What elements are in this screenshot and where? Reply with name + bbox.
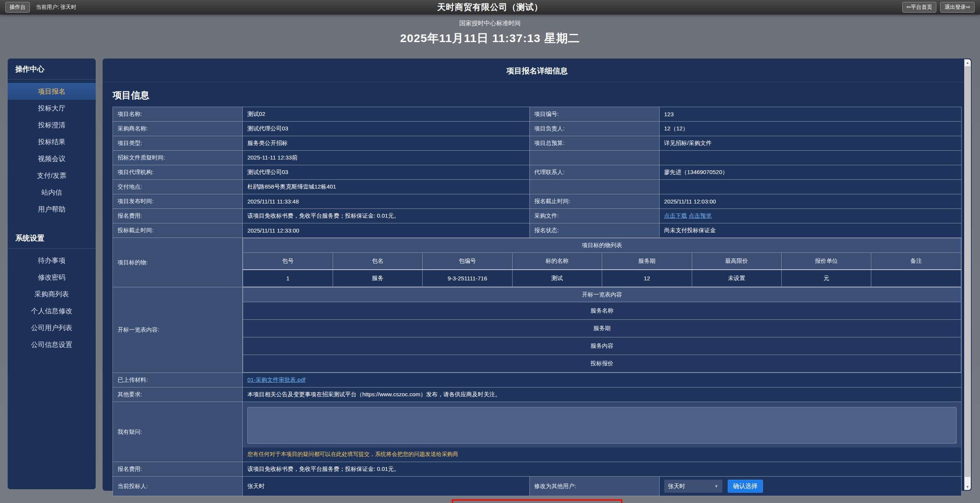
field-label: 报名截止时间: [529, 194, 659, 209]
sidebar-item-bid-clarification[interactable]: 投标澄清 [8, 117, 96, 133]
sidebar-item-company-info[interactable]: 公司信息设置 [8, 336, 96, 353]
download-doc-link[interactable]: 点击下载 [664, 212, 687, 219]
field-label: 项目负责人: [529, 122, 659, 136]
change-user-cell: 张天时 ▼ 确认选择 [659, 477, 961, 496]
uploaded-file-link[interactable]: 01-采购文件审批表.pdf [247, 376, 305, 383]
field-label: 已上传材料: [113, 373, 243, 387]
current-datetime: 2025年11月11日 11:37:13 星期二 [0, 31, 980, 46]
cell: 1 [243, 270, 333, 287]
column-header: 包名 [333, 253, 422, 270]
page-title: 项目报名详细信息 [103, 59, 972, 82]
console-button[interactable]: 操作台 [5, 2, 30, 13]
table-row: 招标文件质疑时间: 2025-11-11 12:33前 [113, 151, 962, 165]
field-value: 测试代理公司03 [243, 122, 529, 136]
question-hint: 您有任何对于本项目的疑问都可以在此处填写提交，系统将会把您的问题发送给采购商 [243, 448, 961, 462]
sidebar-item-todo[interactable]: 待办事项 [8, 252, 96, 269]
logout-label: 退出登录 [944, 4, 966, 10]
cell: 未设置 [692, 270, 781, 287]
sidebar-item-site-message[interactable]: 站内信 [8, 184, 96, 201]
preview-doc-link[interactable]: 点击预览 [689, 212, 712, 219]
field-value: 服务类公开招标 [243, 136, 529, 151]
field-label: 其他要求: [113, 387, 243, 402]
sidebar-item-buyer-list[interactable]: 采购商列表 [8, 286, 96, 303]
opening-list-table: 开标一览表内容 服务名称 服务期 服务内容 投标报价 [243, 287, 961, 373]
company-title: 天时商贸有限公司（测试） [0, 2, 980, 13]
field-label: 报名状态: [529, 223, 659, 238]
lots-table: 项目标的物列表 包号 包名 包编号 标的名称 服务期 最高限价 报价单位 备注 [243, 238, 961, 287]
current-user-label: 当前用户: 张天时 [36, 4, 77, 11]
cell: 测试 [512, 270, 602, 287]
table-row-bidder: 当前投标人: 张天时 修改为其他用户: 张天时 ▼ 确认选择 [113, 477, 962, 496]
question-cell: 您有任何对于本项目的疑问都可以在此处填写提交，系统将会把您的问题发送给采购商 [243, 402, 962, 462]
footer-actions: 招标文件质疑 支付保证金 发送问题 返回 [103, 499, 972, 503]
cell: 元 [782, 270, 871, 287]
cell [871, 270, 961, 287]
field-value: 123 [659, 107, 961, 122]
field-label: 项目发布时间: [113, 194, 243, 209]
opening-list-item: 服务期 [243, 320, 961, 337]
current-bidder-value: 张天时 [243, 477, 529, 496]
column-header: 标的名称 [512, 253, 602, 270]
table-row: 交付地点: 杜鹃路858号奥克斯缔壹城12栋401 [113, 180, 962, 194]
empty-label-cell [529, 151, 659, 165]
confirm-select-button[interactable]: 确认选择 [728, 480, 763, 493]
question-textarea[interactable] [247, 407, 957, 444]
field-label: 项目代理机构: [113, 165, 243, 180]
scroll-down-arrow-icon[interactable]: ▼ [964, 483, 971, 490]
sidebar-item-bid-hall[interactable]: 投标大厅 [8, 100, 96, 117]
logout-button[interactable]: 退出登录⇨ [940, 2, 975, 13]
table-row: 项目类型: 服务类公开招标 项目总预算: 详见招标/采购文件 [113, 136, 962, 151]
field-label: 项目类型: [113, 136, 243, 151]
column-header: 报价单位 [782, 253, 871, 270]
sidebar-item-project-signup[interactable]: 项目报名 [8, 83, 96, 100]
sidebar-item-payment-invoice[interactable]: 支付/发票 [8, 167, 96, 184]
sidebar-item-video-meeting[interactable]: 视频会议 [8, 150, 96, 167]
field-value: 2025/11/11 12:33:00 [243, 223, 529, 238]
field-label: 采购商名称: [113, 122, 243, 136]
signup-fee-value: 该项目免收标书费，免收平台服务费；投标保证金: 0.01元。 [243, 462, 962, 477]
field-value: 本项目相关公告及变更事项在招采测试平台（https://www.cszoc.co… [243, 387, 962, 402]
table-row: 其他要求: 本项目相关公告及变更事项在招采测试平台（https://www.cs… [113, 387, 962, 402]
project-info-heading: 项目信息 [103, 82, 972, 107]
table-row: 项目名称: 测试02 项目编号: 123 [113, 107, 962, 122]
column-header: 服务期 [602, 253, 692, 270]
column-header: 包号 [243, 253, 333, 270]
annotation-red-box: 招标文件质疑 支付保证金 发送问题 返回 [452, 499, 622, 503]
sidebar-item-user-help[interactable]: 用户帮助 [8, 201, 96, 218]
cell: 9-3-251111-716 [423, 270, 512, 287]
field-value: 测试02 [243, 107, 529, 122]
platform-home-button[interactable]: ⇦平台首页 [902, 2, 937, 13]
table-row-opening-list: 开标一览表内容: 开标一览表内容 服务名称 服务期 服务内容 投标报价 [113, 287, 962, 373]
field-value: 测试代理公司03 [243, 165, 529, 180]
user-select[interactable]: 张天时 ▼ [664, 480, 722, 493]
field-label: 招标文件质疑时间: [113, 151, 243, 165]
scrollbar[interactable]: ▲ ▼ [964, 59, 971, 490]
top-bar: 操作台 当前用户: 张天时 天时商贸有限公司（测试） ⇦平台首页 退出登录⇨ [0, 0, 980, 15]
field-label: 代理联系人: [529, 165, 659, 180]
lots-data-row: 1 服务 9-3-251111-716 测试 12 未设置 元 [243, 270, 961, 287]
sidebar-section-system-settings: 系统设置 [8, 228, 96, 249]
column-header: 包编号 [423, 253, 512, 270]
sidebar-item-change-password[interactable]: 修改密码 [8, 269, 96, 286]
sidebar-item-company-users[interactable]: 公司用户列表 [8, 319, 96, 336]
sidebar-item-bid-result[interactable]: 投标结果 [8, 133, 96, 150]
table-row: 项目发布时间: 2025/11/11 11:33:48 报名截止时间: 2025… [113, 194, 962, 209]
scroll-up-arrow-icon[interactable]: ▲ [964, 59, 971, 66]
scrollbar-thumb[interactable] [965, 66, 970, 477]
table-row-lots: 项目标的物: 项目标的物列表 包号 包名 包编号 标的名称 服务期 最高限价 报… [113, 238, 962, 287]
project-info-table: 项目名称: 测试02 项目编号: 123 采购商名称: 测试代理公司03 项目负… [113, 107, 962, 496]
table-row: 报名费用: 该项目免收标书费，免收平台服务费；投标保证金: 0.01元。 采购文… [113, 209, 962, 223]
sidebar-item-profile-edit[interactable]: 个人信息修改 [8, 303, 96, 319]
empty-value-cell [659, 151, 961, 165]
field-label: 我有疑问: [113, 402, 243, 462]
field-label: 开标一览表内容: [113, 287, 243, 373]
field-label: 交付地点: [113, 180, 243, 194]
sidebar: 操作中心 项目报名 投标大厅 投标澄清 投标结果 视频会议 支付/发票 站内信 … [8, 59, 96, 489]
field-label: 项目编号: [529, 107, 659, 122]
procurement-doc-links: 点击下载 点击预览 [659, 209, 961, 223]
cell: 12 [602, 270, 692, 287]
field-label: 采购文件: [529, 209, 659, 223]
signup-fee-value: 该项目免收标书费，免收平台服务费；投标保证金: 0.01元。 [243, 209, 529, 223]
user-select-value: 张天时 [668, 483, 685, 490]
field-label: 项目名称: [113, 107, 243, 122]
